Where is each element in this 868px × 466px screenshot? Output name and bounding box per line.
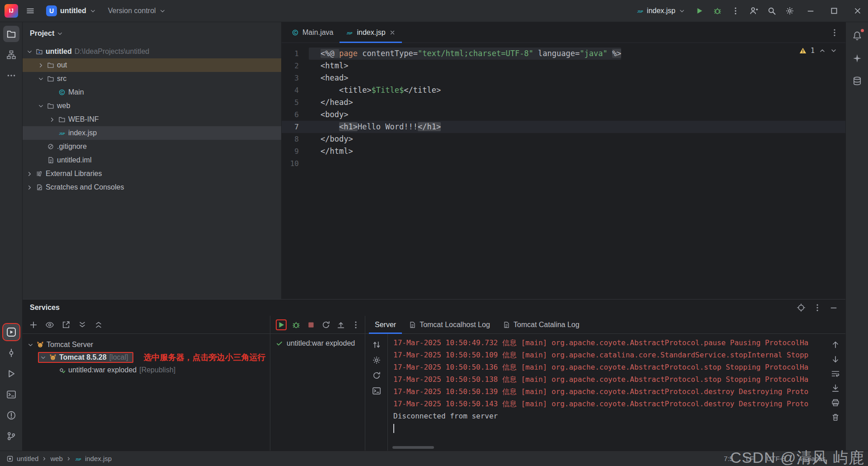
- notifications-icon[interactable]: [849, 28, 865, 44]
- commit-tool-icon[interactable]: [3, 345, 19, 361]
- open-in-new-icon[interactable]: [61, 320, 71, 329]
- status-widget-lf[interactable]: LF: [746, 455, 754, 462]
- services-options-icon[interactable]: [813, 303, 822, 312]
- locate-icon[interactable]: [797, 303, 806, 312]
- services-tree-item-tomcat-server[interactable]: Tomcat Server: [23, 338, 270, 351]
- database-tool-icon[interactable]: [849, 73, 865, 89]
- previous-problem-icon[interactable]: [819, 47, 826, 54]
- more-actions-icon[interactable]: [728, 3, 743, 19]
- chevron-right-icon[interactable]: [49, 116, 56, 123]
- project-tree-item-gitignore[interactable]: .gitignore: [23, 140, 281, 153]
- redeploy-button[interactable]: [321, 320, 330, 329]
- project-tree-item-scratches-and-consoles[interactable]: Scratches and Consoles: [23, 181, 281, 194]
- code-line-9[interactable]: 9</html>: [282, 145, 845, 157]
- project-tree-item-main[interactable]: Main: [23, 86, 281, 99]
- project-tree-item-untitled[interactable]: untitledD:\IdeaProjects\untitled: [23, 45, 281, 58]
- run-configuration-selector[interactable]: JSP index.jsp: [633, 3, 689, 19]
- server-more-actions-icon[interactable]: [351, 320, 360, 329]
- code-line-6[interactable]: 6<body>: [282, 109, 845, 121]
- project-tree-item-out[interactable]: out: [23, 58, 281, 72]
- run-tool-icon[interactable]: [3, 366, 19, 382]
- chevron-down-icon[interactable]: [26, 48, 33, 55]
- code-line-3[interactable]: 3<head>: [282, 72, 845, 84]
- clear-all-icon[interactable]: [831, 413, 840, 422]
- console-icon[interactable]: [372, 386, 381, 395]
- version-control-menu[interactable]: Version control: [104, 3, 170, 19]
- stop-server-button[interactable]: [307, 320, 316, 329]
- soft-wrap-icon[interactable]: [831, 369, 840, 378]
- tab-main-java[interactable]: Main.java: [285, 22, 340, 43]
- project-tree-item-index-jsp[interactable]: JSPindex.jsp: [23, 126, 281, 140]
- minimize-button[interactable]: [800, 0, 821, 22]
- code-line-7[interactable]: 7 <h1>Hello Word!!!</h1>: [282, 121, 845, 133]
- search-everywhere-icon[interactable]: [764, 3, 779, 19]
- scroll-to-end-icon[interactable]: [831, 384, 840, 393]
- services-header[interactable]: Services: [23, 300, 845, 316]
- deployment-status-row[interactable]: untitled:war exploded: [276, 339, 365, 347]
- refresh-icon[interactable]: [372, 371, 381, 380]
- breadcrumb-item-web[interactable]: web: [50, 455, 63, 462]
- structure-tool-icon[interactable]: [3, 47, 19, 63]
- run-button[interactable]: [692, 3, 707, 19]
- editor-options-icon[interactable]: [830, 28, 839, 37]
- services-tab-tomcat-localhost-log[interactable]: Tomcat Localhost Log: [403, 316, 496, 333]
- services-tab-tomcat-catalina-log[interactable]: Tomcat Catalina Log: [497, 316, 585, 333]
- inspections-widget[interactable]: 1: [799, 47, 837, 55]
- services-tab-server[interactable]: Server: [369, 316, 402, 333]
- maximize-button[interactable]: [824, 0, 844, 22]
- code-with-me-icon[interactable]: [746, 3, 761, 19]
- server-console[interactable]: 17-Mar-2025 10:50:49.732 信息 [main] org.a…: [388, 334, 826, 451]
- version-control-tool-icon[interactable]: [3, 428, 19, 444]
- breadcrumb-item-index-jsp[interactable]: index.jsp: [85, 455, 112, 462]
- code-line-2[interactable]: 2<html>: [282, 60, 845, 72]
- chevron-down-icon[interactable]: [27, 342, 34, 348]
- settings-icon[interactable]: [782, 3, 797, 19]
- start-server-button[interactable]: [277, 320, 286, 329]
- scroll-up-icon[interactable]: [831, 340, 840, 349]
- project-tool-icon[interactable]: [3, 26, 19, 42]
- code-line-5[interactable]: 5</head>: [282, 96, 845, 109]
- project-tree-item-src[interactable]: src: [23, 72, 281, 86]
- project-tree-item-web-inf[interactable]: WEB-INF: [23, 113, 281, 126]
- scroll-down-icon[interactable]: [831, 355, 840, 364]
- close-tab-icon[interactable]: [389, 29, 396, 36]
- next-problem-icon[interactable]: [830, 47, 837, 54]
- chevron-down-icon[interactable]: [38, 76, 44, 82]
- code-line-8[interactable]: 8</body>: [282, 133, 845, 145]
- more-tool-windows-icon[interactable]: [3, 67, 19, 84]
- print-icon[interactable]: [831, 398, 840, 407]
- services-tree-item-tomcat-8-5-28[interactable]: Tomcat 8.5.28[local]选中服务器，点击旁边小三角运行: [23, 351, 270, 364]
- code-line-4[interactable]: 4 <title>$Title$</title>: [282, 84, 845, 96]
- collapse-all-icon[interactable]: [94, 320, 103, 329]
- add-service-icon[interactable]: [29, 320, 38, 329]
- status-widget-utf-8[interactable]: UTF-8: [766, 455, 786, 462]
- code-line-10[interactable]: 10: [282, 157, 845, 170]
- services-tree-item-untitled-war-exploded[interactable]: untitled:war exploded[Republish]: [23, 364, 270, 376]
- tab-index-jsp[interactable]: JSP index.jsp: [340, 22, 401, 43]
- breadcrumb-item-untitled[interactable]: untitled: [17, 455, 38, 462]
- debug-button[interactable]: [710, 3, 725, 19]
- terminal-tool-icon[interactable]: [3, 386, 19, 403]
- close-button[interactable]: [847, 0, 868, 22]
- project-tree-item-web[interactable]: web: [23, 99, 281, 113]
- chevron-right-icon[interactable]: [26, 171, 33, 177]
- project-tree-item-untitled-iml[interactable]: untitled.iml: [23, 153, 281, 167]
- problems-tool-icon[interactable]: [3, 407, 19, 423]
- status-widget-7-5[interactable]: 7:5: [724, 455, 733, 462]
- project-tree-item-external-libraries[interactable]: External Libraries: [23, 167, 281, 181]
- view-options-icon[interactable]: [45, 320, 54, 329]
- chevron-right-icon[interactable]: [38, 62, 44, 69]
- ai-assistant-icon[interactable]: [849, 50, 865, 67]
- updown-icon[interactable]: [372, 340, 381, 349]
- main-menu-icon[interactable]: [23, 3, 38, 19]
- expand-all-icon[interactable]: [78, 320, 87, 329]
- code-line-1[interactable]: 1<%@ page contentType="text/html;charset…: [282, 48, 845, 60]
- deploy-all-button[interactable]: [336, 320, 345, 329]
- chevron-right-icon[interactable]: [26, 184, 33, 191]
- console-settings-icon[interactable]: [372, 356, 381, 365]
- status-widget-4-spaces[interactable]: 4 spaces: [798, 455, 826, 462]
- chevron-down-icon[interactable]: [38, 103, 44, 109]
- project-panel-header[interactable]: Project: [23, 22, 281, 45]
- hide-panel-icon[interactable]: [829, 303, 838, 312]
- services-tool-icon[interactable]: [3, 324, 19, 340]
